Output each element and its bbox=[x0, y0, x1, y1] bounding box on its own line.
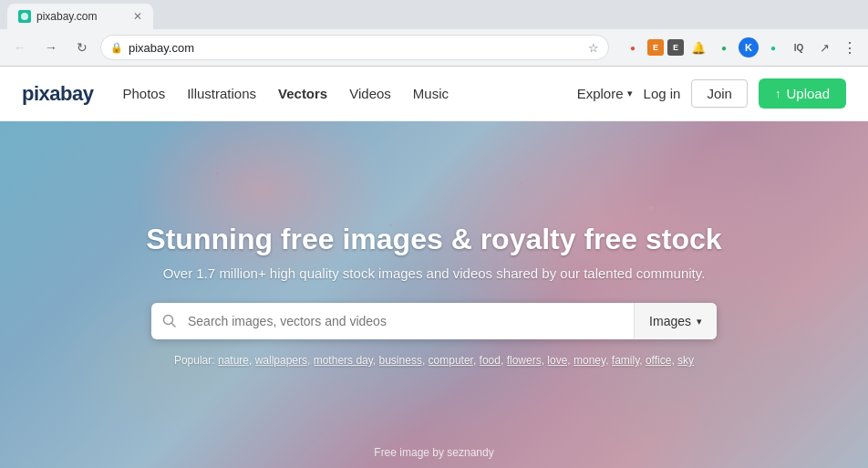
nav-music[interactable]: Music bbox=[413, 86, 449, 101]
orange-ext-icon[interactable]: E bbox=[647, 39, 664, 56]
svg-point-0 bbox=[21, 13, 28, 20]
share-icon[interactable]: ↗ bbox=[813, 36, 835, 58]
explore-label: Explore bbox=[577, 86, 624, 101]
menu-icon[interactable]: ⋮ bbox=[839, 36, 861, 58]
tab-favicon bbox=[18, 10, 31, 23]
tab-title: pixabay.com bbox=[36, 10, 97, 23]
browser-chrome: pixabay.com ✕ ← → ↻ 🔒 pixabay.com ☆ ● E … bbox=[0, 0, 868, 67]
explore-chevron-icon: ▾ bbox=[627, 88, 633, 99]
upload-icon: ↑ bbox=[775, 87, 781, 100]
nav-photos[interactable]: Photos bbox=[122, 86, 165, 101]
search-type-chevron-icon: ▾ bbox=[697, 316, 702, 328]
tag-computer[interactable]: computer bbox=[429, 354, 473, 367]
search-type-dropdown[interactable]: Images ▾ bbox=[634, 303, 717, 339]
nav-illustrations[interactable]: Illustrations bbox=[187, 86, 256, 101]
teal-circle-icon[interactable]: ● bbox=[762, 36, 784, 58]
address-text: pixabay.com bbox=[129, 41, 583, 55]
nav-vectors[interactable]: Vectors bbox=[278, 86, 327, 101]
tag-food[interactable]: food bbox=[480, 354, 501, 367]
svg-line-2 bbox=[172, 324, 176, 328]
search-icon-wrap bbox=[151, 303, 188, 339]
red-dot-icon[interactable]: ● bbox=[622, 36, 644, 58]
tag-love[interactable]: love bbox=[547, 354, 567, 367]
user-k-icon[interactable]: K bbox=[739, 37, 759, 57]
tag-money[interactable]: money bbox=[574, 354, 605, 367]
upload-button[interactable]: ↑ Upload bbox=[759, 78, 846, 109]
header-actions: Explore ▾ Log in Join ↑ Upload bbox=[577, 78, 846, 109]
bell-icon[interactable]: 🔔 bbox=[687, 36, 709, 58]
lock-icon: 🔒 bbox=[110, 42, 123, 54]
upload-label: Upload bbox=[786, 86, 830, 101]
search-input[interactable] bbox=[188, 303, 634, 339]
hero-subtitle: Over 1.7 million+ high quality stock ima… bbox=[18, 265, 850, 281]
address-bar[interactable]: 🔒 pixabay.com ☆ bbox=[100, 35, 609, 60]
tag-office[interactable]: office bbox=[646, 354, 671, 367]
extension-icons: ● E E 🔔 ● K ● IQ ↗ ⋮ bbox=[622, 36, 861, 58]
browser-toolbar: ← → ↻ 🔒 pixabay.com ☆ ● E E 🔔 ● K ● IQ ↗… bbox=[0, 29, 868, 66]
hero-credit: Free image by seznandy bbox=[374, 446, 493, 459]
explore-button[interactable]: Explore ▾ bbox=[577, 86, 633, 101]
site-header: pixabay Photos Illustrations Vectors Vid… bbox=[0, 67, 868, 121]
search-bar: Images ▾ bbox=[151, 303, 717, 339]
bookmark-icon[interactable]: ☆ bbox=[588, 41, 599, 55]
main-navigation: Photos Illustrations Vectors Videos Musi… bbox=[122, 86, 547, 101]
tag-flowers[interactable]: flowers bbox=[507, 354, 542, 367]
forward-button[interactable]: → bbox=[38, 35, 64, 60]
tag-business[interactable]: business bbox=[379, 354, 422, 367]
hero-section: Stunning free images & royalty free stoc… bbox=[0, 121, 868, 468]
tag-wallpapers[interactable]: wallpapers bbox=[255, 354, 307, 367]
site-logo[interactable]: pixabay bbox=[22, 82, 93, 106]
popular-tags: Popular: nature, wallpapers, mothers day… bbox=[18, 354, 850, 367]
search-icon bbox=[162, 314, 177, 328]
browser-tabs: pixabay.com ✕ bbox=[0, 0, 868, 29]
join-button[interactable]: Join bbox=[691, 79, 748, 108]
iq-icon[interactable]: IQ bbox=[788, 36, 810, 58]
tab-close-button[interactable]: ✕ bbox=[133, 10, 142, 23]
tag-mothers-day[interactable]: mothers day bbox=[314, 354, 373, 367]
login-button[interactable]: Log in bbox=[644, 86, 681, 101]
hero-title: Stunning free images & royalty free stoc… bbox=[18, 223, 850, 256]
search-type-label: Images bbox=[649, 314, 691, 328]
tag-nature[interactable]: nature bbox=[218, 354, 249, 367]
tag-family[interactable]: family bbox=[612, 354, 639, 367]
tag-sky[interactable]: sky bbox=[677, 354, 694, 367]
dark-ext-icon[interactable]: E bbox=[667, 39, 684, 56]
nav-videos[interactable]: Videos bbox=[349, 86, 391, 101]
back-button[interactable]: ← bbox=[7, 35, 33, 60]
popular-tags-text: nature, wallpapers, mothers day, busines… bbox=[218, 354, 694, 367]
popular-label: Popular: bbox=[174, 354, 215, 367]
green-circle-icon[interactable]: ● bbox=[713, 36, 735, 58]
active-tab[interactable]: pixabay.com ✕ bbox=[7, 4, 153, 29]
reload-button[interactable]: ↻ bbox=[69, 35, 95, 60]
hero-content: Stunning free images & royalty free stoc… bbox=[0, 223, 868, 367]
